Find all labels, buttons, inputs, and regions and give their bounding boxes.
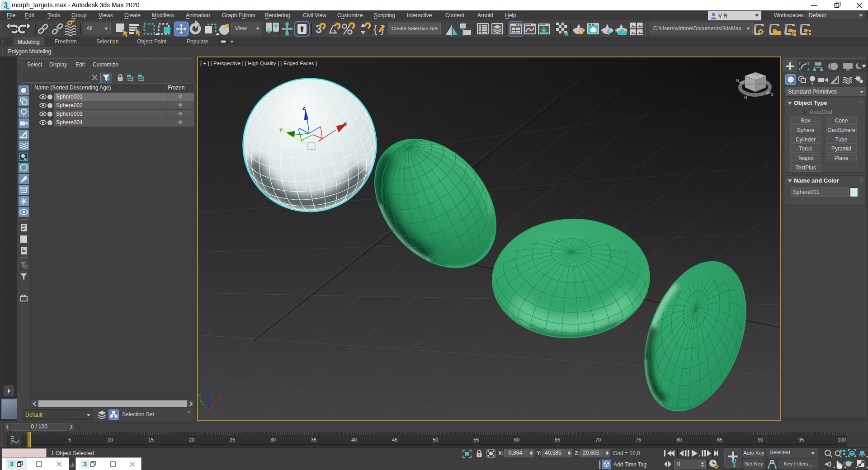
svg-text:y: y — [198, 392, 201, 397]
svg-text:y: y — [279, 126, 283, 132]
svg-text:S: S — [771, 92, 774, 97]
svg-text:N: N — [744, 95, 747, 100]
svg-text:[ + ] [ Perspective ] [ High Q: [ + ] [ Perspective ] [ High Quality ] [… — [200, 61, 317, 66]
svg-text:{: { — [373, 23, 377, 35]
svg-text:x: x — [218, 394, 221, 400]
svg-text:N: N — [736, 78, 739, 83]
svg-text:z: z — [207, 390, 209, 395]
svg-text:z: z — [302, 104, 306, 111]
svg-text:x: x — [344, 120, 347, 127]
